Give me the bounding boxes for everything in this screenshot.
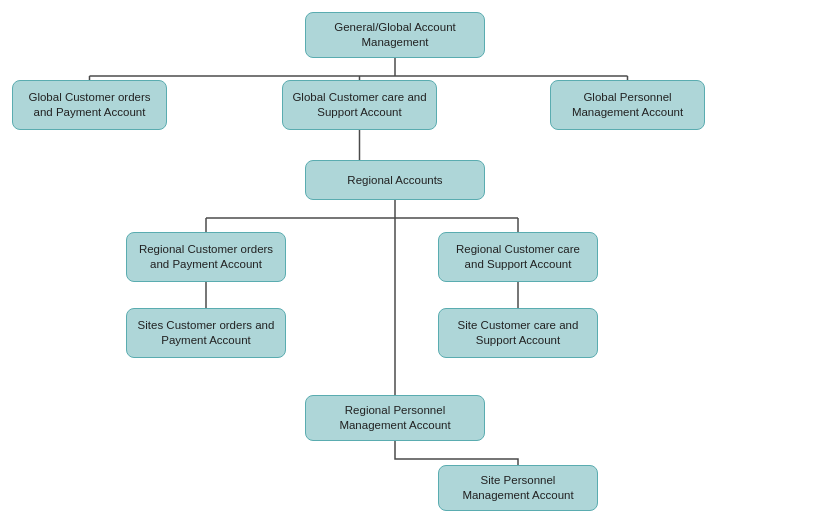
node-sites_orders: Sites Customer orders and Payment Accoun…	[126, 308, 286, 358]
node-regional_care: Regional Customer care and Support Accou…	[438, 232, 598, 282]
node-site_care: Site Customer care and Support Account	[438, 308, 598, 358]
node-global_care: Global Customer care and Support Account	[282, 80, 437, 130]
node-global_personnel: Global Personnel Management Account	[550, 80, 705, 130]
node-regional_accounts: Regional Accounts	[305, 160, 485, 200]
node-regional_personnel: Regional Personnel Management Account	[305, 395, 485, 441]
node-regional_orders: Regional Customer orders and Payment Acc…	[126, 232, 286, 282]
node-global_orders: Global Customer orders and Payment Accou…	[12, 80, 167, 130]
node-site_personnel: Site Personnel Management Account	[438, 465, 598, 511]
org-chart: General/Global Account ManagementGlobal …	[0, 0, 820, 528]
node-root: General/Global Account Management	[305, 12, 485, 58]
